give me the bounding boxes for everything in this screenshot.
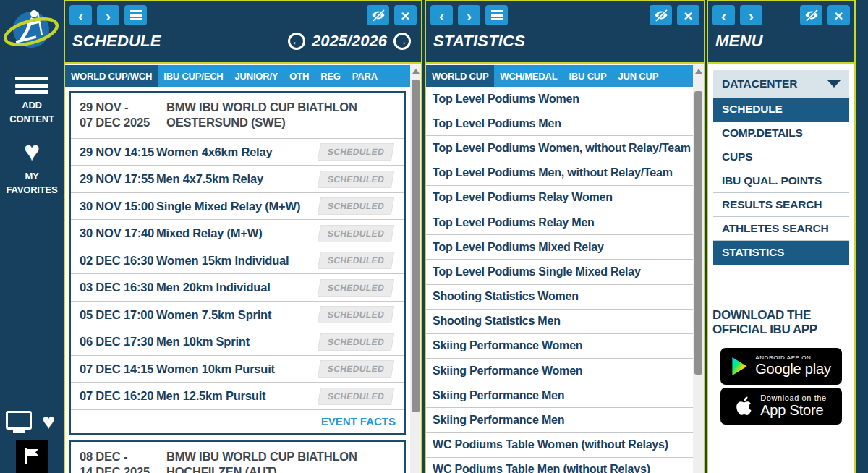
statistics-close-button[interactable]: × xyxy=(677,5,699,25)
statistics-list-item[interactable]: Shooting Statistics Men xyxy=(426,310,693,334)
statistics-list-item[interactable]: Shooting Statistics Women xyxy=(426,285,693,310)
statistics-list-item[interactable]: Top Level Podiums Mixed Relay xyxy=(426,235,693,260)
statistics-list-item[interactable]: Skiing Performance Women xyxy=(426,359,693,383)
menu-panel-header: ‹ › × MENU xyxy=(708,1,854,64)
statistics-list-item[interactable]: Skiing Performance Men xyxy=(426,383,693,408)
schedule-tab[interactable]: OTH xyxy=(284,65,315,87)
statistics-panel-header: ‹ › × STATISTICS xyxy=(426,1,704,64)
datacenter-dropdown-label: DATACENTER xyxy=(722,77,797,90)
competition-name: Women 4x6km Relay xyxy=(156,145,319,159)
competition-row[interactable]: 30 NOV 15:00 Single Mixed Relay (M+W) SC… xyxy=(71,192,404,220)
menu-item[interactable]: COMP.DETAILS xyxy=(713,122,849,145)
event-title: BMW IBU WORLD CUP BIATHLON OESTERSUND (S… xyxy=(166,100,357,131)
menu-item[interactable]: CUPS xyxy=(713,145,849,169)
competition-row[interactable]: 07 DEC 14:15 Women 10km Pursuit SCHEDULE… xyxy=(71,355,404,383)
flag-button[interactable] xyxy=(16,440,48,473)
statistics-list-item[interactable]: Skiing Performance Women xyxy=(426,334,693,359)
statistics-tab[interactable]: WCH/MEDAL xyxy=(494,65,563,87)
schedule-tab[interactable]: JUNIOR/Y xyxy=(229,65,284,87)
statistics-list-item[interactable]: Top Level Podiums Relay Men xyxy=(426,210,693,235)
statistics-list-item[interactable]: Top Level Podiums Men, without Relay/Tea… xyxy=(426,161,693,186)
menu-item[interactable]: IBU QUAL. POINTS xyxy=(713,169,849,193)
statistics-prev-button[interactable]: ‹ xyxy=(430,5,453,25)
schedule-tab[interactable]: IBU CUP/ECH xyxy=(158,65,229,87)
flag-icon xyxy=(22,447,41,466)
statistics-list-item[interactable]: WC Podiums Table Women (without Relays) xyxy=(426,433,693,458)
schedule-scrollbar-thumb[interactable] xyxy=(412,80,420,412)
schedule-prev-button[interactable]: ‹ xyxy=(69,5,92,25)
close-icon: × xyxy=(401,8,409,23)
statistics-panel-title: STATISTICS xyxy=(426,32,525,51)
my-favorites-button[interactable]: ♥ MY FAVORITES xyxy=(0,137,64,197)
menu-next-button[interactable]: › xyxy=(740,5,762,25)
favorites-toggle-heart-icon[interactable]: ♥ xyxy=(42,411,55,432)
statistics-tab[interactable]: WORLD CUP xyxy=(426,65,494,87)
menu-item[interactable]: RESULTS SEARCH xyxy=(713,193,849,217)
season-next-icon[interactable]: → xyxy=(393,33,411,50)
chevron-right-icon: › xyxy=(106,8,111,23)
schedule-scrollbar[interactable] xyxy=(410,65,421,473)
scrollbar-up-icon[interactable] xyxy=(695,69,702,74)
datacenter-dropdown[interactable]: DATACENTER xyxy=(713,70,849,98)
competition-name: Men 20km Individual xyxy=(156,281,319,294)
monitor-icon[interactable] xyxy=(6,411,32,430)
schedule-next-button[interactable]: › xyxy=(97,5,119,25)
competition-row[interactable]: 07 DEC 16:20 Men 12.5km Pursuit SCHEDULE… xyxy=(71,382,404,409)
statistics-list: Top Level Podiums WomenTop Level Podiums… xyxy=(426,87,693,473)
menu-close-button[interactable]: × xyxy=(827,5,850,25)
schedule-close-button[interactable]: × xyxy=(394,5,417,25)
competition-row[interactable]: 29 NOV 17:55 Men 4x7.5km Relay SCHEDULED xyxy=(71,165,404,192)
statistics-list-item[interactable]: Top Level Podiums Women, without Relay/T… xyxy=(426,136,693,161)
competition-datetime: 05 DEC 17:00 xyxy=(71,308,156,322)
statistics-list-item[interactable]: Top Level Podiums Relay Women xyxy=(426,186,693,210)
close-icon: × xyxy=(834,8,843,23)
schedule-hide-button[interactable] xyxy=(367,5,389,25)
status-badge: SCHEDULED xyxy=(318,252,395,269)
statistics-menu-button[interactable] xyxy=(485,5,508,25)
schedule-tab[interactable]: REG xyxy=(315,65,346,87)
competition-name: Women 7.5km Sprint xyxy=(156,308,319,322)
schedule-menu-button[interactable] xyxy=(124,5,147,25)
statistics-list-item[interactable]: Top Level Podiums Single Mixed Relay xyxy=(426,260,693,284)
schedule-tab[interactable]: PARA xyxy=(346,65,383,87)
menu-item[interactable]: SCHEDULE xyxy=(713,98,849,122)
event-header[interactable]: 08 DEC - 14 DEC 2025 BMW IBU WORLD CUP B… xyxy=(71,442,404,473)
apple-icon xyxy=(736,396,754,417)
statistics-tab[interactable]: JUN CUP xyxy=(613,65,665,87)
statistics-scrollbar-thumb[interactable] xyxy=(694,91,702,375)
menu-hide-button[interactable] xyxy=(800,5,822,25)
statistics-list-item[interactable]: Top Level Podiums Women xyxy=(426,87,693,111)
my-favorites-label: MY FAVORITES xyxy=(0,170,64,197)
menu-item[interactable]: STATISTICS xyxy=(713,241,849,265)
competition-row[interactable]: 29 NOV 14:15 Women 4x6km Relay SCHEDULED xyxy=(71,138,404,166)
menu-prev-button[interactable]: ‹ xyxy=(712,5,735,25)
season-label: 2025/2026 xyxy=(312,32,387,51)
statistics-hide-button[interactable] xyxy=(650,5,672,25)
competition-name: Single Mixed Relay (M+W) xyxy=(156,200,319,213)
season-selector: ← 2025/2026 → xyxy=(288,32,411,51)
event-header[interactable]: 29 NOV - 07 DEC 2025 BMW IBU WORLD CUP B… xyxy=(71,93,404,138)
statistics-list-item[interactable]: WC Podiums Table Men (without Relays) xyxy=(426,458,693,473)
competition-row[interactable]: 30 NOV 17:40 Mixed Relay (M+W) SCHEDULED xyxy=(71,219,404,247)
app-store-badge[interactable]: Download on the App Store xyxy=(720,388,842,425)
competition-row[interactable]: 06 DEC 17:30 Men 10km Sprint SCHEDULED xyxy=(71,328,404,355)
event-facts-link[interactable]: EVENT FACTS xyxy=(321,415,396,427)
add-content-button[interactable]: ADD CONTENT xyxy=(0,77,64,127)
scrollbar-up-icon[interactable] xyxy=(412,69,420,74)
season-prev-icon[interactable]: ← xyxy=(288,33,305,50)
statistics-tab[interactable]: IBU CUP xyxy=(563,65,612,87)
statistics-list-item[interactable]: Top Level Podiums Men xyxy=(426,111,693,136)
statistics-next-button[interactable]: › xyxy=(458,5,480,25)
google-play-badge[interactable]: ANDROID APP ON Google play xyxy=(720,348,842,385)
schedule-tab[interactable]: WORLD CUP/WCH xyxy=(65,65,158,87)
event-card: 08 DEC - 14 DEC 2025 BMW IBU WORLD CUP B… xyxy=(69,440,406,473)
statistics-list-item[interactable]: Skiing Performance Men xyxy=(426,408,693,432)
competition-row[interactable]: 03 DEC 16:30 Men 20km Individual SCHEDUL… xyxy=(71,273,404,301)
google-play-icon xyxy=(731,357,749,376)
chevron-down-icon xyxy=(827,80,841,88)
statistics-scrollbar[interactable] xyxy=(693,65,704,473)
ibu-logo[interactable] xyxy=(3,3,64,61)
competition-row[interactable]: 02 DEC 16:30 Women 15km Individual SCHED… xyxy=(71,247,404,274)
competition-row[interactable]: 05 DEC 17:00 Women 7.5km Sprint SCHEDULE… xyxy=(71,301,404,328)
menu-item[interactable]: ATHLETES SEARCH xyxy=(713,217,849,241)
